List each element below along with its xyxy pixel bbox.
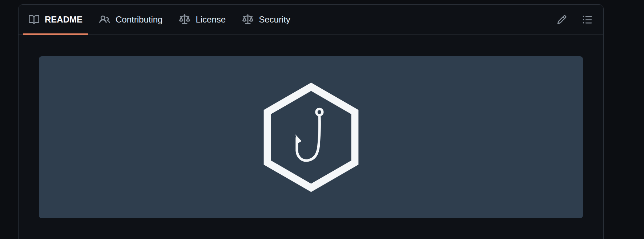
law-icon xyxy=(242,14,253,25)
readme-tabbar: README Contributing License Security xyxy=(19,5,603,35)
tab-readme[interactable]: README xyxy=(23,5,88,35)
hexagon-fish-hook-logo xyxy=(255,81,367,193)
readme-panel: README Contributing License Security xyxy=(18,4,604,239)
tab-security[interactable]: Security xyxy=(237,5,296,35)
list-unordered-icon xyxy=(582,15,592,25)
tab-readme-label: README xyxy=(45,15,82,25)
outline-button[interactable] xyxy=(580,12,595,27)
book-icon xyxy=(29,15,39,25)
people-icon xyxy=(99,14,110,25)
law-icon xyxy=(179,14,190,25)
tab-contributing-label: Contributing xyxy=(116,15,162,25)
pencil-icon xyxy=(557,15,567,25)
readme-content xyxy=(19,35,603,218)
tab-license[interactable]: License xyxy=(174,5,231,35)
tab-security-label: Security xyxy=(259,15,290,25)
active-tab-underline xyxy=(23,33,88,35)
readme-banner-image xyxy=(39,56,583,218)
tab-contributing[interactable]: Contributing xyxy=(94,5,168,35)
tab-license-label: License xyxy=(196,15,226,25)
edit-readme-button[interactable] xyxy=(555,12,569,27)
